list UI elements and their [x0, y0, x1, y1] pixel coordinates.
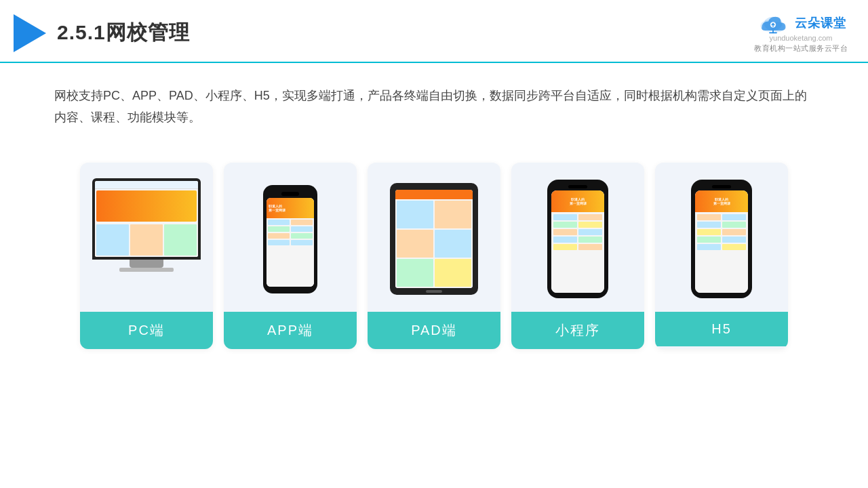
card-pad: PAD端 [368, 163, 500, 349]
cards-container: PC端 职道人的第一堂网课 [0, 142, 868, 369]
card-pad-label: PAD端 [368, 312, 500, 349]
card-app-image: 职道人的第一堂网课 [224, 163, 357, 312]
card-miniapp-image: 职道人的第一堂网课 [511, 163, 644, 312]
card-h5-image: 职道人的第一堂网课 [655, 163, 788, 312]
header-left: 2.5.1网校管理 [14, 14, 190, 52]
logo-cloud: 云朵课堂 [755, 12, 846, 34]
logo-text: 云朵课堂 [795, 15, 846, 31]
card-pc-label: PC端 [80, 312, 213, 349]
pc-monitor-icon [92, 178, 201, 300]
card-pc-image [80, 163, 213, 312]
logo-url: yunduoketang.com [770, 34, 833, 42]
card-miniapp: 职道人的第一堂网课 小程序 [511, 163, 644, 349]
app-phone-icon: 职道人的第一堂网课 [263, 185, 317, 293]
play-icon [14, 14, 46, 52]
card-app-label: APP端 [224, 312, 357, 349]
logo-subtitle: 教育机构一站式服务云平台 [754, 43, 848, 54]
logo-area: 云朵课堂 yunduoketang.com 教育机构一站式服务云平台 [754, 12, 848, 54]
pad-tablet-icon [390, 183, 478, 295]
cloud-logo-icon [755, 12, 791, 34]
page-title: 2.5.1网校管理 [57, 19, 190, 47]
card-app: 职道人的第一堂网课 APP端 [224, 163, 357, 349]
description-content: 网校支持PC、APP、PAD、小程序、H5，实现多端打通，产品各终端自由切换，数… [54, 89, 807, 124]
card-h5: 职道人的第一堂网课 H5 [655, 163, 788, 349]
miniapp-phone-icon: 职道人的第一堂网课 [547, 180, 608, 298]
card-h5-label: H5 [655, 312, 788, 346]
h5-phone-icon: 职道人的第一堂网课 [691, 180, 752, 298]
description-text: 网校支持PC、APP、PAD、小程序、H5，实现多端打通，产品各终端自由切换，数… [0, 63, 868, 136]
card-pc: PC端 [80, 163, 213, 349]
card-miniapp-label: 小程序 [511, 312, 644, 349]
page-header: 2.5.1网校管理 云朵课堂 yunduoketang.com 教育机构一站式服… [0, 0, 868, 63]
card-pad-image [368, 163, 500, 312]
